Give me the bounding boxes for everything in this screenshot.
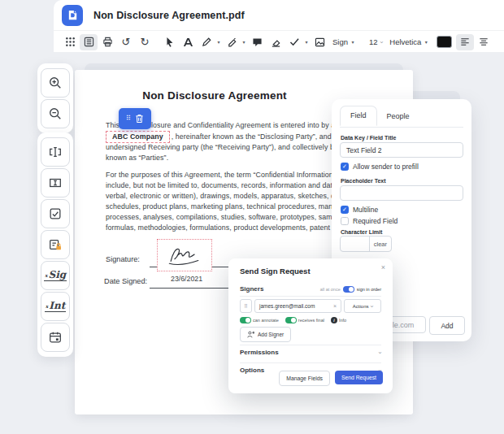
paragraph-line: verbal, electronic or written), drawings…	[106, 192, 358, 200]
paragraph-line: For the purposes of this Agreement, the …	[106, 171, 353, 179]
tab-people[interactable]: People	[377, 107, 419, 126]
checkbox-tool[interactable]	[41, 199, 70, 228]
char-limit-clear-button[interactable]: clear	[369, 237, 391, 251]
signer-drag-handle-icon[interactable]: ⠿	[240, 299, 252, 313]
options-section[interactable]: Options	[240, 367, 264, 374]
signers-section-label: Signers	[240, 285, 263, 293]
permissions-section[interactable]: Permissions	[240, 349, 279, 356]
date-signed-label: Date Signed:	[104, 277, 147, 285]
data-key-input[interactable]: Text Field 2	[340, 142, 463, 158]
prefill-checkbox[interactable]: ✓	[341, 163, 349, 171]
comment-icon[interactable]	[248, 34, 266, 50]
prefill-checkbox-row[interactable]: ✓ Allow sender to prefill	[341, 163, 419, 171]
sign-order-control: all at once sign in order	[320, 286, 381, 293]
placeholder-input[interactable]	[340, 185, 463, 201]
prefill-label: Allow sender to prefill	[353, 163, 419, 171]
can-annotate-toggle-item[interactable]: can annotate	[240, 317, 279, 323]
signer-email: james.green@mail.com	[259, 303, 315, 309]
redo-icon[interactable]: ↻	[136, 34, 154, 50]
modal-title: Send Sign Request	[240, 267, 311, 276]
font-size-dropdown[interactable]: 12›	[366, 37, 385, 46]
signer-actions-dropdown[interactable]: Actions ›	[344, 299, 381, 313]
signer-row: ⠿ james.green@mail.com × Actions ›	[240, 299, 381, 313]
char-limit-label: Character Limit	[341, 229, 382, 235]
select-cursor-icon[interactable]	[160, 34, 178, 50]
multiline-checkbox-row[interactable]: ✓ Multiline	[341, 206, 378, 214]
signature-tool[interactable]: xSig	[41, 261, 70, 290]
pen-caret-icon[interactable]: ▾	[215, 39, 222, 45]
required-label: Required Field	[353, 217, 398, 225]
zoom-toolbar	[37, 63, 73, 133]
highlighter-caret-icon[interactable]: ▾	[241, 39, 247, 45]
highlighter-tool-icon[interactable]	[223, 34, 241, 50]
placeholder-label: Placeholder Text	[341, 178, 386, 184]
signature-field[interactable]	[157, 239, 212, 271]
trash-icon[interactable]	[135, 114, 144, 124]
drag-handle-icon[interactable]: ⠿	[126, 115, 131, 122]
required-checkbox[interactable]	[341, 217, 349, 225]
permissions-chevron-icon[interactable]: ›	[377, 352, 384, 354]
close-icon[interactable]: ×	[381, 263, 385, 271]
font-size-chevron-icon: ›	[378, 41, 385, 43]
divider	[240, 362, 381, 363]
locked-field-tool[interactable]	[41, 230, 70, 259]
app-header: Non Disclosure Agreement.pdf ↺ ↻ ▾ ▾ ▾ S…	[54, 0, 504, 52]
zoom-out-button[interactable]	[41, 99, 70, 128]
add-signer-button[interactable]: Add Signer	[240, 327, 291, 342]
tab-field[interactable]: Field	[340, 106, 377, 126]
app-logo[interactable]	[62, 5, 83, 26]
data-key-label: Data Key / Field Title	[341, 135, 396, 141]
send-request-button[interactable]: Send Request	[335, 371, 383, 384]
align-center-icon[interactable]	[475, 34, 493, 50]
document-title: Non Disclosure Agreement.pdf	[93, 10, 245, 21]
receives-final-toggle[interactable]	[285, 317, 297, 323]
signer-email-field[interactable]: james.green@mail.com ×	[254, 299, 341, 313]
eraser-icon[interactable]	[267, 34, 285, 50]
signature-label: Signature:	[106, 255, 140, 263]
thumbnails-view-icon[interactable]	[80, 34, 98, 50]
text-box-tool[interactable]	[41, 168, 70, 197]
date-field-tool[interactable]	[41, 323, 70, 352]
can-annotate-toggle[interactable]	[240, 317, 251, 323]
check-tool-icon[interactable]	[285, 34, 303, 50]
text-field-abc-company[interactable]: ABC Company	[106, 131, 170, 143]
multiline-checkbox[interactable]: ✓	[341, 206, 349, 214]
sign-dropdown[interactable]: Sign▾	[329, 37, 359, 46]
required-checkbox-row[interactable]: Required Field	[341, 217, 398, 225]
field-tools-toolbar: xSig xInt	[37, 132, 73, 357]
paragraph-line: known as “Parties”.	[106, 154, 168, 162]
image-tool-icon[interactable]	[311, 34, 328, 50]
divider	[240, 345, 381, 345]
manage-fields-button[interactable]: Manage Fields	[279, 371, 330, 386]
text-field-tool[interactable]	[41, 137, 70, 167]
signer-options-row: can annotate receives final i Info	[240, 317, 346, 323]
paragraph-line: processes, analyses, compilations, studi…	[106, 213, 348, 221]
sign-order-toggle[interactable]	[343, 286, 354, 293]
text-tool-icon[interactable]	[179, 34, 197, 50]
all-at-once-label: all at once	[320, 287, 341, 292]
info-item[interactable]: i Info	[331, 317, 346, 323]
text-color-swatch[interactable]	[437, 36, 452, 48]
pen-tool-icon[interactable]	[198, 34, 215, 50]
remove-signer-icon[interactable]: ×	[333, 303, 337, 309]
document-heading: Non Disclosure Agreement	[75, 89, 354, 102]
print-icon[interactable]	[98, 34, 116, 50]
font-family-dropdown[interactable]: Helvetica▾	[386, 37, 432, 46]
grid-menu-icon[interactable]	[61, 34, 79, 50]
receives-final-toggle-item[interactable]: receives final	[285, 317, 324, 323]
date-signed-value[interactable]: 23/6/2021	[171, 275, 202, 283]
check-caret-icon[interactable]: ▾	[303, 39, 310, 45]
toolbar: ↺ ↻ ▾ ▾ ▾ Sign▾ 12› Helvetica▾	[54, 30, 504, 53]
char-limit-input[interactable]	[341, 237, 369, 251]
zoom-in-button[interactable]	[41, 68, 70, 98]
actions-chevron-icon: ›	[368, 305, 375, 307]
initials-tool[interactable]: xInt	[41, 292, 70, 321]
multiline-label: Multiline	[353, 206, 378, 214]
add-person-button[interactable]: Add	[429, 316, 465, 335]
align-left-icon[interactable]	[456, 34, 474, 50]
undo-icon[interactable]: ↺	[117, 34, 135, 50]
paragraph-line: undersigned Receiving party (the “Receiv…	[106, 143, 344, 151]
paragraph-line: include, but not be limited to, document…	[106, 181, 361, 189]
add-signer-icon	[247, 331, 254, 338]
sign-caret-icon: ▾	[350, 39, 356, 45]
